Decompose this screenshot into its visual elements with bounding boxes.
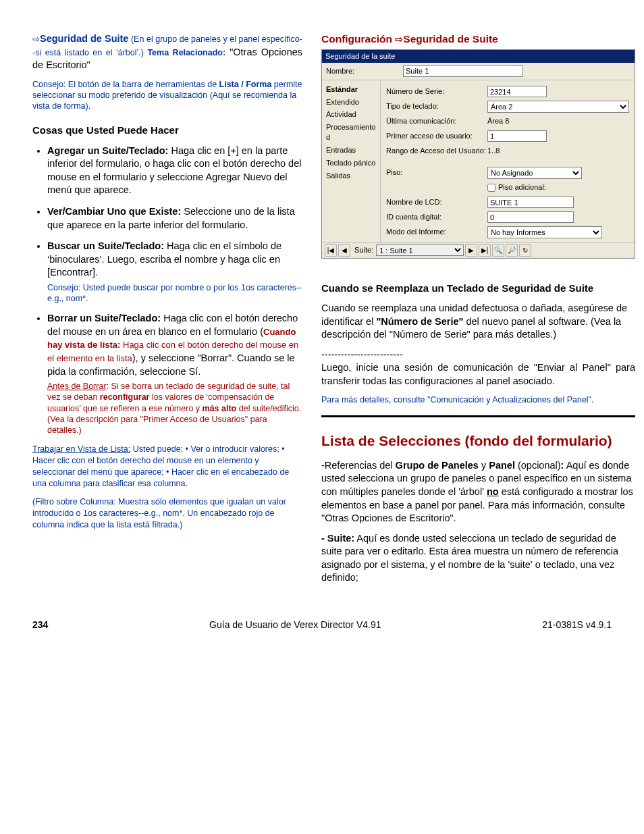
para-then-send: Luego, inicie una sesión de comunicación…	[321, 361, 635, 388]
name-label: Nombre:	[326, 66, 403, 76]
serial-input[interactable]	[487, 86, 547, 97]
lead-paragraph: ⇨Seguridad de Suite (En el grupo de pane…	[32, 32, 302, 72]
heading-things-you-can-do: Cosas que Usted Puede Hacer	[32, 124, 302, 137]
last-comm-label: Última comunicación:	[386, 116, 487, 126]
bullet-delete: Borrar un Suite/Teclado: Haga clic con e…	[47, 312, 302, 436]
nav-suite-select[interactable]: 1 : Suite 1	[376, 244, 464, 256]
first-user-label: Primer acceso de usuario:	[386, 131, 487, 141]
nav-suite-label: Suite:	[354, 245, 373, 255]
digital-acct-input[interactable]	[487, 211, 574, 223]
lcd-name-label: Nombre de LCD:	[386, 197, 487, 207]
page-number: 234	[32, 619, 48, 631]
arrow-icon: ⇨	[32, 34, 40, 44]
separator-dashes: -------------------------	[321, 348, 635, 362]
digital-acct-label: ID cuenta digital:	[386, 212, 487, 222]
floor-select[interactable]: No Asignado	[487, 167, 582, 179]
report-mode-label: Modo del Informe:	[386, 227, 487, 237]
floor-label: Piso:	[386, 167, 487, 178]
bullet-view-change: Ver/Cambiar Uno que Existe: Seleccione u…	[47, 205, 302, 232]
tab-extendido[interactable]: Extendido	[322, 96, 380, 109]
nav-last-icon[interactable]: ▶|	[479, 244, 491, 257]
related-label: Tema Relacionado:	[147, 48, 225, 57]
tip-list-view: Trabajar en Vista de Lista: Usted puede:…	[32, 444, 302, 490]
heading-config-path: Configuración ⇨Seguridad de Suite	[321, 32, 635, 47]
find-next-icon[interactable]: 🔎	[506, 244, 518, 257]
tip-before-delete: Antes de Borrar: Si se borra un teclado …	[47, 381, 302, 436]
extra-floor-label: Piso adicional:	[498, 182, 546, 192]
tab-entradas[interactable]: Entradas	[322, 144, 380, 157]
name-input[interactable]	[403, 66, 523, 77]
tip-search: Consejo: Usted puede buscar por nombre o…	[47, 282, 302, 305]
keyboard-type-label: Tipo de teclado:	[386, 101, 487, 111]
heading-pick-list: Lista de Selecciones (fondo del formular…	[321, 432, 635, 450]
nav-first-icon[interactable]: |◀	[325, 244, 337, 257]
bullet-search: Buscar un Suite/Teclado: Haga clic en el…	[47, 240, 302, 304]
keyboard-type-select[interactable]: Área 2	[487, 101, 629, 113]
tab-procesamiento[interactable]: Procesamiento d	[322, 121, 380, 144]
user-range-value: 1..8	[487, 146, 500, 156]
report-mode-select[interactable]: No hay Informes	[487, 226, 602, 238]
tip-column-filter: (Filtro sobre Columna: Muestra sólo elem…	[32, 496, 302, 531]
para-more-details: Para más detalles, consulte "Comunicació…	[321, 394, 635, 405]
find-icon[interactable]: 🔍	[492, 244, 504, 257]
lcd-name-input[interactable]	[487, 197, 574, 208]
last-comm-value: Área 8	[487, 116, 509, 126]
footer-title: Guía de Usuario de Verex Director V4.91	[209, 619, 381, 631]
first-user-input[interactable]	[487, 130, 547, 142]
user-range-label: Rango de Acceso del Usuario:	[386, 146, 487, 156]
lead-bold: Seguridad de Suite	[40, 33, 128, 44]
heading-replace-keypad: Cuando se Reemplaza un Teclado de Seguri…	[321, 282, 635, 295]
bullet-add: Agregar un Suite/Teclado: Haga clic en […	[47, 145, 302, 197]
serial-label: Número de Serie:	[386, 86, 487, 97]
footer-docid: 21-0381S v4.9.1	[542, 619, 612, 631]
side-tabs: Estándar Extendido Actividad Procesamien…	[322, 80, 381, 242]
tab-estandar[interactable]: Estándar	[322, 83, 380, 96]
page-footer: 234 Guía de Usuario de Verex Director V4…	[32, 619, 612, 631]
tip-list-form: Consejo: El botón de la barra de herrami…	[32, 79, 302, 112]
extra-floor-checkbox[interactable]	[487, 184, 495, 192]
nav-next-icon[interactable]: ▶	[465, 244, 477, 257]
tab-salidas[interactable]: Salidas	[322, 170, 380, 182]
section-divider	[321, 415, 635, 417]
para-replace: Cuando se reemplaza una unidad defectuos…	[321, 302, 635, 342]
screenshot-suite-security: Seguridad de la suite Nombre: Estándar E…	[321, 49, 635, 259]
pick-item-panel-group: -Referencias del Grupo de Paneles y Pane…	[321, 459, 635, 525]
tab-teclado-panico[interactable]: Teclado pánico	[322, 157, 380, 170]
tab-actividad[interactable]: Actividad	[322, 108, 380, 121]
pick-item-suite: - Suite: Aquí es donde usted selecciona …	[321, 532, 635, 585]
window-titlebar: Seguridad de la suite	[322, 50, 635, 63]
nav-prev-icon[interactable]: ◀	[338, 244, 350, 257]
arrow-icon: ⇨	[395, 34, 403, 45]
record-navigator: |◀ ◀ Suite: 1 : Suite 1 ▶ ▶| 🔍 🔎 ↻	[322, 242, 635, 258]
refresh-icon[interactable]: ↻	[519, 244, 531, 257]
